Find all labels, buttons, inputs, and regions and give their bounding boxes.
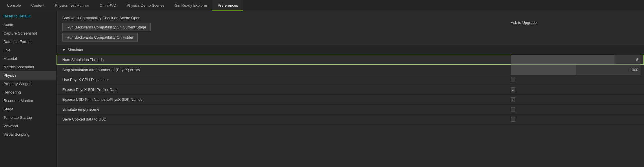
checkbox-use-physx-cpu[interactable] <box>511 78 515 82</box>
compat-left: Backward Compatibility Check on Scene Op… <box>62 16 505 42</box>
simulator-label: Simulator <box>67 48 83 52</box>
settings-value-save-cooked[interactable] <box>511 117 644 122</box>
settings-value-simulate-empty[interactable] <box>511 107 644 112</box>
sidebar-item-resource-monitor[interactable]: Resource Monitor <box>0 96 56 105</box>
settings-value-num-sim-threads[interactable]: 8 <box>511 55 644 64</box>
collapse-triangle-icon <box>62 49 65 51</box>
sidebar-item-audio[interactable]: Audio <box>0 21 56 29</box>
checkbox-simulate-empty[interactable] <box>511 107 515 112</box>
run-current-stage-button[interactable]: Run Backwards Compatibility On Current S… <box>62 23 151 31</box>
settings-label-stop-sim-errors: Stop simulation after number of (PhysX) … <box>56 66 511 74</box>
simulator-header[interactable]: Simulator <box>56 45 644 55</box>
slider-value-num-sim-threads: 8 <box>636 58 638 62</box>
compat-label: Backward Compatibility Check on Scene Op… <box>62 16 505 20</box>
settings-row-expose-usd-prim: Expose USD Prim Names toPhysX SDK Names <box>56 95 644 105</box>
settings-label-expose-physx-profiler: Expose PhysX SDK Profiler Data <box>56 86 511 94</box>
settings-row-num-sim-threads: Num Simulation Threads8 <box>56 55 644 65</box>
sidebar-item-property-widgets[interactable]: Property Widgets <box>0 80 56 88</box>
compat-section: Backward Compatibility Check on Scene Op… <box>56 11 644 45</box>
sidebar-item-datetime-format[interactable]: Datetime Format <box>0 37 56 46</box>
tab-content[interactable]: Content <box>26 0 50 11</box>
tab-bar: ConsoleContentPhysics Test RunnerOmniPVD… <box>0 0 644 11</box>
settings-label-save-cooked: Save Cooked data to USD <box>56 115 511 123</box>
slider-fill-stop-sim-errors <box>511 65 576 75</box>
checkbox-area-expose-usd-prim <box>511 97 641 102</box>
sidebar: Reset to Default AudioCapture Screenshot… <box>0 11 56 167</box>
sidebar-item-template-startup[interactable]: Template Startup <box>0 113 56 122</box>
checkbox-expose-usd-prim[interactable] <box>511 97 515 102</box>
sidebar-item-visual-scripting[interactable]: Visual Scripting <box>0 130 56 139</box>
tab-preferences[interactable]: Preferences <box>212 0 243 11</box>
sidebar-item-stage[interactable]: Stage <box>0 105 56 113</box>
content-area: Backward Compatibility Check on Scene Op… <box>56 11 644 167</box>
tab-physics-demo-scenes[interactable]: Physics Demo Scenes <box>121 0 169 11</box>
tab-simready-explorer[interactable]: SimReady Explorer <box>169 0 212 11</box>
slider-fill-num-sim-threads <box>511 55 614 64</box>
checkbox-area-simulate-empty <box>511 107 641 112</box>
main-layout: Reset to Default AudioCapture Screenshot… <box>0 11 644 167</box>
slider-value-stop-sim-errors: 1000 <box>630 68 638 72</box>
sidebar-item-material[interactable]: Material <box>0 54 56 63</box>
settings-value-expose-physx-profiler[interactable] <box>511 87 644 92</box>
sidebar-item-rendering[interactable]: Rendering <box>0 88 56 96</box>
tab-physics-test-runner[interactable]: Physics Test Runner <box>50 0 94 11</box>
sidebar-item-physics[interactable]: Physics <box>0 71 56 80</box>
settings-rows: Num Simulation Threads8Stop simulation a… <box>56 55 644 124</box>
settings-value-use-physx-cpu[interactable] <box>511 78 644 82</box>
slider-track-stop-sim-errors[interactable]: 1000 <box>511 65 641 75</box>
checkbox-area-expose-physx-profiler <box>511 87 641 92</box>
settings-row-use-physx-cpu: Use PhysX CPU Dispatcher <box>56 75 644 85</box>
settings-row-simulate-empty: Simulate empty scene <box>56 105 644 114</box>
sidebar-item-metrics-assembler[interactable]: Metrics Assembler <box>0 63 56 71</box>
settings-value-stop-sim-errors[interactable]: 1000 <box>511 65 644 75</box>
settings-label-use-physx-cpu: Use PhysX CPU Dispatcher <box>56 76 511 84</box>
tab-omnipvd[interactable]: OmniPVD <box>94 0 122 11</box>
sidebar-item-live[interactable]: Live <box>0 46 56 54</box>
settings-row-stop-sim-errors: Stop simulation after number of (PhysX) … <box>56 65 644 75</box>
settings-label-simulate-empty: Simulate empty scene <box>56 105 511 113</box>
settings-label-expose-usd-prim: Expose USD Prim Names toPhysX SDK Names <box>56 96 511 103</box>
checkbox-area-save-cooked <box>511 117 641 122</box>
tab-console[interactable]: Console <box>2 0 26 11</box>
checkbox-area-use-physx-cpu <box>511 78 641 82</box>
sidebar-item-viewport[interactable]: Viewport <box>0 122 56 130</box>
settings-value-expose-usd-prim[interactable] <box>511 97 644 102</box>
settings-row-save-cooked: Save Cooked data to USD <box>56 114 644 124</box>
checkbox-save-cooked[interactable] <box>511 117 515 122</box>
compat-value-panel: Ask to Upgrade <box>505 16 638 25</box>
slider-track-num-sim-threads[interactable]: 8 <box>511 55 641 64</box>
sidebar-item-capture-screenshot[interactable]: Capture Screenshot <box>0 29 56 37</box>
checkbox-expose-physx-profiler[interactable] <box>511 87 515 92</box>
reset-default-button[interactable]: Reset to Default <box>0 13 56 21</box>
compat-buttons: Run Backwards Compatibility On Current S… <box>62 23 505 42</box>
settings-label-num-sim-threads: Num Simulation Threads <box>56 56 511 64</box>
run-folder-button[interactable]: Run Backwards Compatibility On Folder <box>62 33 138 42</box>
settings-row-expose-physx-profiler: Expose PhysX SDK Profiler Data <box>56 85 644 95</box>
compat-value: Ask to Upgrade <box>511 20 537 25</box>
